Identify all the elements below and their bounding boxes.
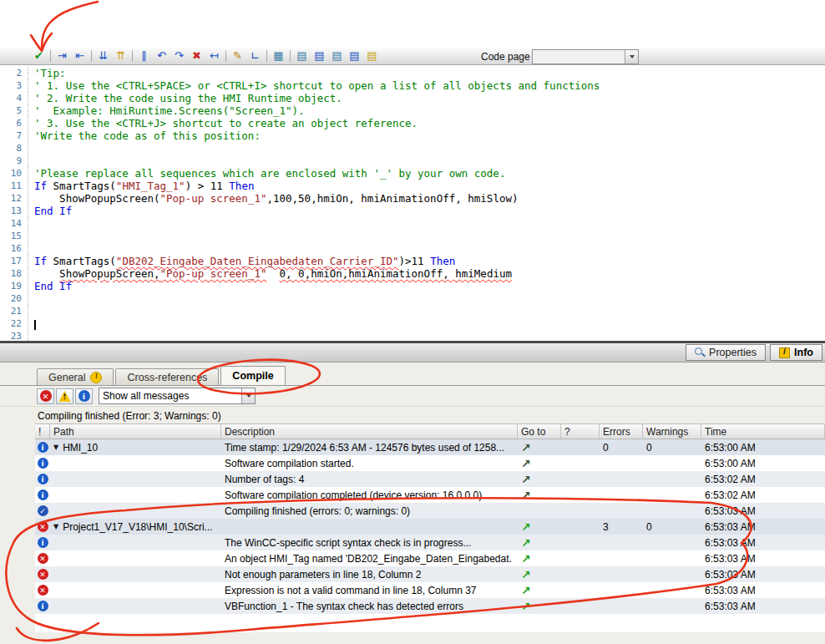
column-header-alert[interactable]: ! <box>35 424 50 439</box>
message-row[interactable]: ✕▼Project1_V17_V18\HMI_10\Scri...↗306:53… <box>35 519 825 535</box>
code-token: "Pop-up screen_1" <box>160 192 267 205</box>
column-header-help[interactable]: ? <box>561 424 600 439</box>
code-text <box>28 155 34 167</box>
undo-icon[interactable]: ↶ <box>153 48 170 63</box>
errors-cell <box>600 455 643 471</box>
expand-icon[interactable]: ▼ <box>53 444 58 451</box>
code-line[interactable]: 2'Tip: <box>0 67 825 79</box>
toolbar-separator <box>225 50 226 62</box>
script-editor[interactable]: 2'Tip:3' 1. Use the <CTRL+SPACE> or <CTR… <box>0 65 825 341</box>
help-cell <box>561 455 600 471</box>
warning-filter-button[interactable]: ! <box>56 388 73 404</box>
code-text <box>28 217 34 230</box>
code-line[interactable]: 18 ShowPopupScreen,"Pop-up screen_1" 0, … <box>0 267 825 280</box>
error-filter-button[interactable]: ✕ <box>37 388 54 404</box>
code-line[interactable]: 16 <box>0 242 825 255</box>
message-row[interactable]: ✕An object HMI_Tag named 'DB202_Eingabe_… <box>35 550 825 566</box>
description-cell: Software compilation completed (device v… <box>221 487 518 503</box>
goto-arrow[interactable]: ↗ <box>521 458 531 469</box>
message-row[interactable]: iNumber of tags: 4↗6:53:02 AM <box>35 471 825 487</box>
sync-script-icon[interactable]: ▤ <box>346 48 363 63</box>
goto-arrow[interactable]: ↗ <box>521 489 531 501</box>
code-line[interactable]: 9 <box>0 155 825 167</box>
message-row[interactable]: i▼HMI_10Time stamp: 1/29/2024 6:53 AM - … <box>35 439 825 455</box>
tab-cross-references[interactable]: Cross-references <box>115 368 219 385</box>
code-line[interactable]: 8 <box>0 142 825 155</box>
chevron-down-icon[interactable] <box>625 50 638 63</box>
code-line[interactable]: 6' 3. Use the <CTRL+J> shortcut to creat… <box>0 117 825 129</box>
code-line[interactable]: 23 <box>0 330 825 341</box>
column-header-path[interactable]: Path <box>50 424 221 439</box>
goto-line-icon[interactable]: ↤ <box>205 48 223 63</box>
expand-icon[interactable]: ▼ <box>53 523 58 530</box>
rename-icon[interactable]: ✎ <box>229 48 246 63</box>
code-token: SmartTags( <box>47 255 116 267</box>
export-script-icon[interactable]: ▤ <box>293 48 311 63</box>
code-line[interactable]: 7'Write the code as of this position: <box>0 129 825 142</box>
code-line[interactable]: 21 <box>0 305 825 317</box>
code-line[interactable]: 12 ShowPopupScreen("Pop-up screen_1",100… <box>0 192 825 205</box>
code-line[interactable]: 19End If <box>0 280 825 292</box>
line-number: 15 <box>0 230 28 242</box>
chevron-down-icon[interactable] <box>241 388 255 403</box>
code-line[interactable]: 3' 1. Use the <CTRL+SPACE> or <CTRL+I> s… <box>0 79 825 92</box>
goto-arrow[interactable]: ↗ <box>521 474 531 485</box>
warnings-cell <box>643 566 701 582</box>
path-cell <box>50 582 221 598</box>
code-line[interactable]: 13End If <box>0 205 825 217</box>
column-header-goto[interactable]: Go to <box>518 424 561 439</box>
code-line[interactable]: 20 <box>0 292 825 305</box>
column-header-description[interactable]: Description <box>221 424 518 439</box>
compile-icon[interactable]: ✔ <box>30 48 48 63</box>
goto-arrow[interactable]: ↗ <box>521 442 531 454</box>
message-row[interactable]: iThe WinCC-specific script syntax check … <box>35 535 825 550</box>
goto-arrow[interactable]: ↗ <box>521 601 531 612</box>
column-header-time[interactable]: Time <box>701 424 825 439</box>
code-line[interactable]: 5' Example: HmiRuntime.Screens("Screen_1… <box>0 104 825 117</box>
info-tab[interactable]: Info <box>770 344 822 361</box>
code-line[interactable]: 22 <box>0 317 825 330</box>
goto-arrow[interactable]: ↗ <box>521 569 531 581</box>
sort-descending-icon[interactable]: ⇈ <box>112 48 129 63</box>
column-header-errors[interactable]: Errors <box>600 424 643 439</box>
object-reference-icon[interactable]: ∟ <box>246 48 264 63</box>
message-row[interactable]: ✓Compiling finished (errors: 0; warnings… <box>35 503 825 519</box>
goto-arrow[interactable]: ↗ <box>521 553 531 565</box>
goto-next-icon[interactable]: ⇥ <box>53 48 71 63</box>
insert-table-icon[interactable]: ▦ <box>270 48 287 63</box>
script-settings-icon[interactable]: ▤ <box>363 48 381 63</box>
code-page-select[interactable] <box>532 49 639 64</box>
delete-bookmark-icon[interactable]: ✖ <box>188 48 205 63</box>
code-line[interactable]: 4' 2. Write the code using the HMI Runti… <box>0 92 825 104</box>
goto-previous-icon[interactable]: ⇤ <box>71 48 89 63</box>
import-script-icon[interactable]: ▤ <box>311 48 328 63</box>
help-cell <box>561 535 600 550</box>
message-filter-select[interactable]: Show all messages <box>99 388 256 404</box>
code-line[interactable]: 15 <box>0 230 825 242</box>
code-line[interactable]: 10'Please replace all sequences which ar… <box>0 167 825 180</box>
message-row[interactable]: iSoftware compilation completed (device … <box>35 487 825 503</box>
tab-compile[interactable]: Compile <box>220 366 285 385</box>
pause-icon[interactable]: ‖ <box>135 48 153 63</box>
tab-general[interactable]: General <box>37 368 114 385</box>
redo-icon[interactable]: ↷ <box>170 48 188 63</box>
goto-arrow[interactable]: ↗ <box>521 585 531 596</box>
error-icon: ✕ <box>38 585 48 596</box>
message-row[interactable]: iVBFunction_1 - The syntax check has det… <box>35 598 825 614</box>
line-number: 12 <box>0 192 28 205</box>
code-token: ' Example: HmiRuntime.Screens("Screen_1"… <box>34 104 305 117</box>
message-row[interactable]: ✕Not enough parameters in line 18, Colum… <box>35 566 825 582</box>
info-filter-button[interactable]: i <box>75 388 93 404</box>
message-row[interactable]: iSoftware compilation started.↗6:53:00 A… <box>35 455 825 471</box>
check-script-icon[interactable]: ▤ <box>328 48 346 63</box>
code-line[interactable]: 17If SmartTags("DB202_Eingabe_Daten_Eing… <box>0 255 825 267</box>
path-text: Project1_V17_V18\HMI_10\Scri... <box>63 521 212 533</box>
properties-tab[interactable]: Properties <box>686 344 766 361</box>
goto-arrow[interactable]: ↗ <box>521 537 531 549</box>
sort-ascending-icon[interactable]: ⇊ <box>94 48 112 63</box>
code-line[interactable]: 14 <box>0 217 825 230</box>
goto-arrow[interactable]: ↗ <box>521 521 531 533</box>
column-header-warnings[interactable]: Warnings <box>643 424 701 439</box>
message-row[interactable]: ✕Expression is not a valid command in li… <box>35 582 825 598</box>
code-line[interactable]: 11If SmartTags("HMI_Tag_1") > 11 Then <box>0 180 825 192</box>
